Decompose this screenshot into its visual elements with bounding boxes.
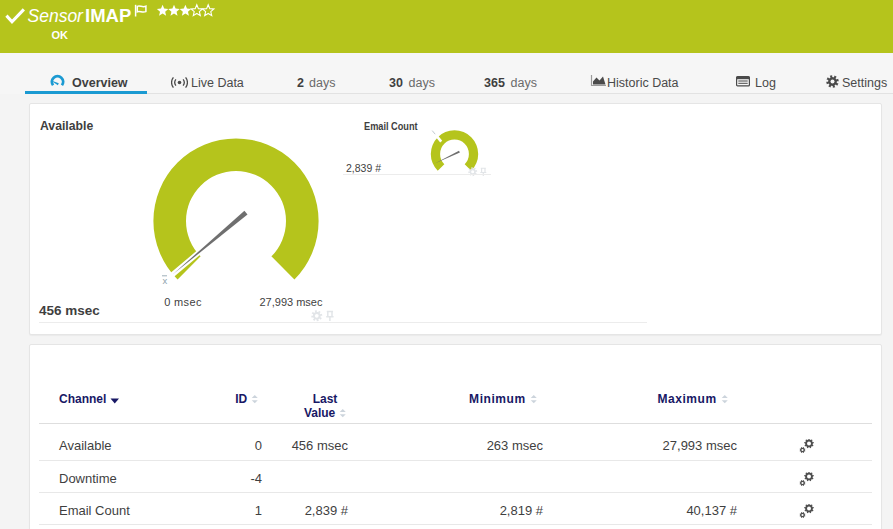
svg-text:x: x bbox=[163, 275, 168, 286]
